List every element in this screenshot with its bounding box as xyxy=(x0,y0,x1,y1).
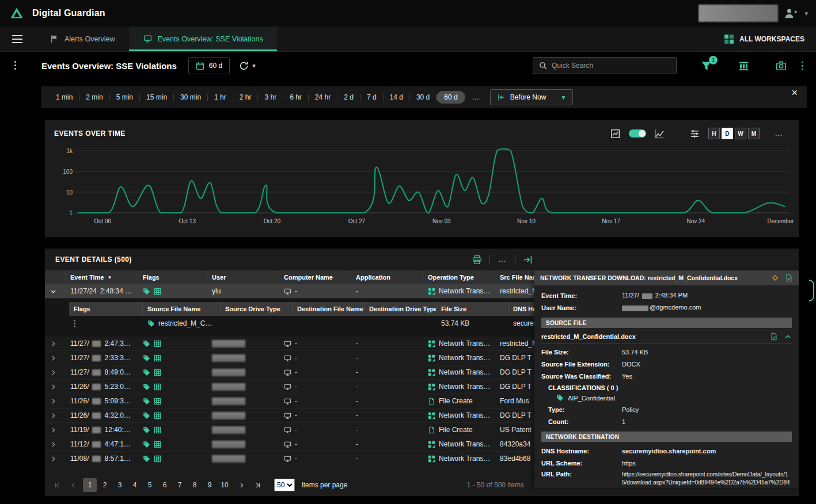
expand-row-button[interactable] xyxy=(45,380,66,394)
time-range-option[interactable]: 60 d xyxy=(437,91,465,104)
expand-row-button[interactable] xyxy=(45,351,66,365)
search-input[interactable] xyxy=(552,62,670,70)
export-arrow-icon[interactable] xyxy=(523,255,533,265)
time-range-option[interactable]: 2 min xyxy=(79,93,109,101)
page-3-button[interactable]: 3 xyxy=(113,478,127,492)
time-range-option[interactable]: 5 min xyxy=(110,93,139,101)
line-chart-icon[interactable] xyxy=(655,129,665,139)
time-range-option[interactable]: 24 hr xyxy=(309,93,337,101)
expand-row-button[interactable] xyxy=(45,394,66,408)
granularity-h-button[interactable]: H xyxy=(708,128,720,139)
event-row[interactable]: 11/27/8:49:05 …--Network TransferDG DLP … xyxy=(45,365,534,380)
date-range-button[interactable]: 60 d xyxy=(188,57,230,74)
page-8-button[interactable]: 8 xyxy=(188,478,202,492)
details-more-button[interactable]: ... xyxy=(498,255,507,264)
previous-page-button[interactable] xyxy=(66,478,81,492)
toolbar-more-kebab-icon[interactable] xyxy=(802,62,803,70)
time-range-option[interactable]: 1 hr xyxy=(208,93,233,101)
page-9-button[interactable]: 9 xyxy=(203,478,217,492)
expand-row-button[interactable] xyxy=(45,452,66,465)
tab-alerts-overview[interactable]: Alerts Overview xyxy=(36,26,129,51)
expand-row-button[interactable] xyxy=(45,365,66,379)
items-per-page-select[interactable]: 50 xyxy=(274,479,295,491)
first-page-button[interactable] xyxy=(50,478,64,492)
before-now-dropdown[interactable]: Before Now ▼ xyxy=(490,89,574,105)
computer-icon xyxy=(284,369,291,376)
expand-row-button[interactable] xyxy=(45,423,66,437)
page-7-button[interactable]: 7 xyxy=(173,478,187,492)
refresh-options-chevron-icon[interactable]: ▾ xyxy=(252,62,256,70)
file-check-icon[interactable] xyxy=(770,333,778,341)
filter-icon[interactable]: 1 xyxy=(701,60,712,71)
column-header-user[interactable]: User xyxy=(207,270,279,284)
page-menu-kebab-icon[interactable] xyxy=(14,61,16,70)
menu-icon[interactable] xyxy=(12,35,23,44)
last-page-button[interactable] xyxy=(250,478,265,492)
file-check-icon[interactable] xyxy=(785,274,793,282)
log-scale-toggle[interactable] xyxy=(629,129,646,138)
granularity-d-button[interactable]: D xyxy=(722,128,733,139)
event-row[interactable]: 11/12/4:47:17 …--Network Transfer84320a3… xyxy=(45,437,534,452)
event-row[interactable]: 11/27/242:48:34 PMylu--Network Transferr… xyxy=(45,284,534,299)
event-time-cell: 11/27/2:33:34 … xyxy=(66,351,138,365)
collapse-row-button[interactable] xyxy=(45,284,66,298)
page-6-button[interactable]: 6 xyxy=(158,478,172,492)
event-row[interactable]: 11/26/5:23:02 …--Network TransferDG DLP … xyxy=(45,380,534,394)
quick-search[interactable] xyxy=(533,57,677,74)
column-header-flags[interactable]: Flags xyxy=(138,270,207,284)
scroll-indicator[interactable] xyxy=(809,280,814,301)
granularity-w-button[interactable]: W xyxy=(735,128,746,139)
expand-row-button[interactable] xyxy=(45,437,66,451)
event-row[interactable]: 11/19/12:40:3…--File CreateUS Patent xyxy=(45,423,534,437)
granularity-m-button[interactable]: M xyxy=(748,128,760,139)
column-header-computer-name[interactable]: Computer Name xyxy=(279,270,351,284)
user-switch-icon[interactable] xyxy=(784,7,799,19)
next-page-button[interactable] xyxy=(234,478,249,492)
close-icon[interactable]: × xyxy=(785,86,803,98)
chart-more-button[interactable]: ... xyxy=(768,129,790,138)
more-ranges-button[interactable]: ... xyxy=(465,93,487,101)
time-range-bar: 1 min2 min5 min15 min30 min1 hr2 hr3 hr6… xyxy=(41,86,807,108)
nested-row[interactable]: restricted_M_Confidential.docx53.74 KBse… xyxy=(69,316,534,331)
page-1-button[interactable]: 1 xyxy=(83,478,97,492)
event-row[interactable]: 11/08/8:57:18 …--Network Transfer83ed4b6… xyxy=(45,452,534,466)
field-label: Count: xyxy=(548,418,622,425)
page-10-button[interactable]: 10 xyxy=(218,478,231,492)
column-header-application[interactable]: Application xyxy=(351,270,423,284)
time-range-option[interactable]: 7 d xyxy=(360,93,383,101)
all-workspaces-button[interactable]: ALL WORKSPACES xyxy=(712,26,816,51)
expand-row-button[interactable] xyxy=(45,408,66,422)
policy-diamond-icon[interactable] xyxy=(771,274,779,282)
time-range-option[interactable]: 1 min xyxy=(50,93,79,101)
page-4-button[interactable]: 4 xyxy=(128,478,142,492)
tab-events-overview-sse-violations[interactable]: Events Overview: SSE Violations xyxy=(129,26,277,51)
refresh-icon[interactable] xyxy=(239,61,249,71)
column-header-operation-type[interactable]: Operation Type xyxy=(423,270,495,284)
column-header-event-time[interactable]: Event Time▼ xyxy=(66,270,138,284)
chevron-down-icon[interactable]: ▾ xyxy=(804,10,808,17)
event-row[interactable]: 11/26/5:09:32 …--File CreateFord Mus xyxy=(45,394,534,408)
page-2-button[interactable]: 2 xyxy=(98,478,112,492)
time-range-option[interactable]: 14 d xyxy=(384,93,409,101)
time-range-option[interactable]: 15 min xyxy=(140,93,173,101)
time-range-option[interactable]: 30 min xyxy=(174,93,207,101)
print-report-icon[interactable] xyxy=(472,255,482,265)
time-range-option[interactable]: 3 hr xyxy=(258,93,283,101)
event-row[interactable]: 11/26/4:32:00 …--Network TransferDG DLP … xyxy=(45,408,534,423)
classification-name: AIP_Confidential xyxy=(568,395,615,402)
column-header-src-file-name[interactable]: Src File Name xyxy=(495,270,534,284)
collapse-chevron-up-icon[interactable] xyxy=(784,333,792,341)
table-columns-icon[interactable] xyxy=(738,60,749,71)
event-row[interactable]: 11/27/2:47:34 …--Network Transferrestric… xyxy=(45,337,534,351)
chart-image-icon[interactable] xyxy=(610,129,620,139)
time-range-option[interactable]: 2 hr xyxy=(233,93,258,101)
time-grouping-icon[interactable] xyxy=(690,129,700,139)
time-range-option[interactable]: 30 d xyxy=(410,93,436,101)
page-5-button[interactable]: 5 xyxy=(143,478,157,492)
expand-row-button[interactable] xyxy=(45,337,66,350)
time-range-option[interactable]: 6 hr xyxy=(283,93,308,101)
redacted-user xyxy=(212,383,245,391)
time-range-option[interactable]: 2 d xyxy=(337,93,360,101)
event-row[interactable]: 11/27/2:33:34 …--Network TransferDG DLP … xyxy=(45,351,534,365)
snapshot-camera-icon[interactable] xyxy=(776,60,787,71)
